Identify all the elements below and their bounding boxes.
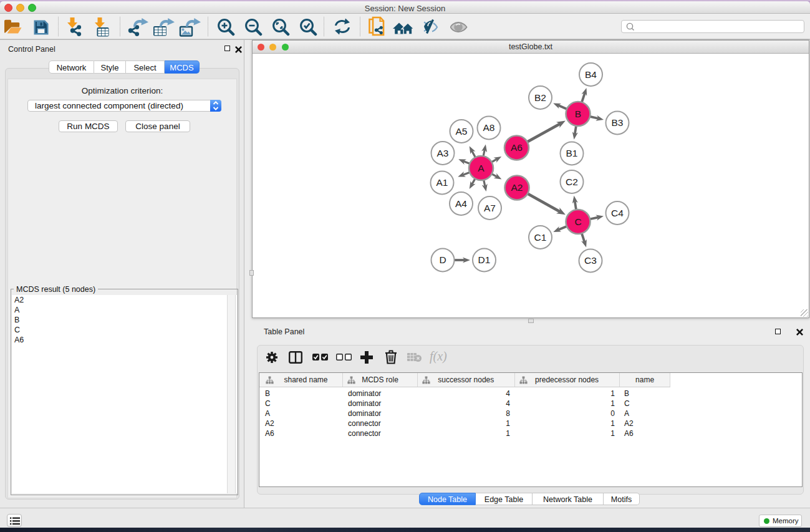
svg-text:C4: C4 (611, 208, 624, 218)
svg-text:A2: A2 (511, 182, 523, 193)
svg-text:B2: B2 (534, 92, 546, 103)
svg-text:C: C (574, 216, 581, 227)
svg-text:B1: B1 (566, 148, 578, 158)
svg-text:C3: C3 (584, 255, 597, 266)
svg-text:A3: A3 (437, 148, 449, 158)
svg-text:A6: A6 (511, 142, 523, 153)
svg-text:C2: C2 (566, 177, 578, 187)
svg-text:B4: B4 (585, 69, 597, 80)
svg-text:A1: A1 (436, 177, 448, 188)
svg-text:B: B (575, 109, 581, 119)
svg-text:A5: A5 (456, 126, 468, 137)
svg-text:B3: B3 (612, 117, 624, 128)
svg-text:D1: D1 (478, 254, 491, 265)
svg-text:D: D (439, 254, 446, 265)
svg-text:A4: A4 (455, 198, 467, 209)
svg-text:A8: A8 (483, 122, 495, 133)
svg-text:A: A (478, 163, 485, 173)
svg-text:A7: A7 (484, 203, 496, 213)
svg-text:C1: C1 (534, 232, 547, 243)
